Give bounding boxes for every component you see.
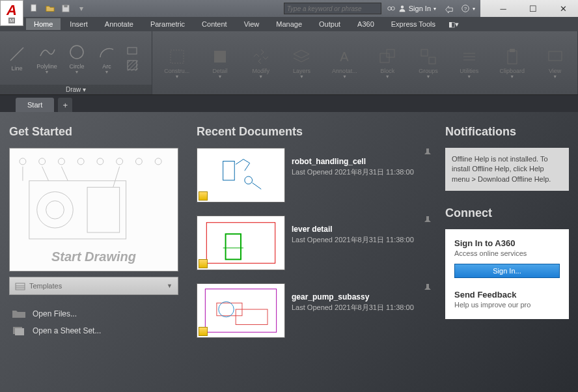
save-icon[interactable] xyxy=(61,4,70,13)
tool-annotation[interactable]: AAnnotat...▼ xyxy=(329,46,360,80)
tool-modify[interactable]: Modify▼ xyxy=(248,46,274,80)
new-tab-button[interactable]: + xyxy=(58,98,72,112)
svg-point-5 xyxy=(401,6,404,9)
recent-item[interactable]: lever detail Last Opened 2021年8月31日 11:3… xyxy=(197,216,432,270)
open-icon[interactable] xyxy=(46,4,55,13)
tab-output[interactable]: Output xyxy=(311,18,348,30)
app-menu-button[interactable]: A M xyxy=(0,0,23,26)
templates-dropdown[interactable]: Templates ▼ xyxy=(9,277,178,295)
pin-icon[interactable] xyxy=(423,216,432,225)
ribbon: Line Polyline▼ Circle▼ Arc▼ Draw ▾ Const… xyxy=(0,31,578,95)
tab-annotate[interactable]: Annotate xyxy=(97,18,141,30)
tool-construction[interactable]: Constru...▼ xyxy=(161,46,192,80)
titlebar: A M ▾ Sign In ▾ ? ▾ ─ ☐ ✕ xyxy=(0,0,578,17)
svg-rect-10 xyxy=(128,48,137,54)
svg-point-4 xyxy=(391,7,394,10)
svg-rect-46 xyxy=(226,234,241,259)
tool-view[interactable]: View▼ xyxy=(542,46,568,80)
svg-rect-13 xyxy=(214,51,226,63)
svg-text:?: ? xyxy=(464,6,467,12)
svg-rect-38 xyxy=(16,283,25,290)
tab-start[interactable]: Start xyxy=(16,98,54,112)
templates-icon xyxy=(15,281,25,290)
person-icon xyxy=(398,5,406,12)
hatch-icon[interactable] xyxy=(126,59,138,71)
pin-icon[interactable] xyxy=(423,148,432,157)
panel-draw-label[interactable]: Draw ▾ xyxy=(0,85,152,94)
window-controls: ─ ☐ ✕ xyxy=(488,0,578,17)
help-icon[interactable]: ? xyxy=(461,4,470,13)
tool-line[interactable]: Line xyxy=(4,43,30,73)
svg-rect-19 xyxy=(508,51,517,64)
recent-item[interactable]: robot_handling_cell Last Opened 2021年8月3… xyxy=(197,148,432,203)
signin-a360-heading: Sign In to A360 xyxy=(454,238,560,248)
start-drawing-card[interactable]: Start Drawing xyxy=(9,148,178,272)
tool-circle[interactable]: Circle▼ xyxy=(64,41,90,76)
svg-rect-15 xyxy=(380,53,389,63)
connect-panel: Sign In to A360 Access online services S… xyxy=(445,229,569,319)
chevron-down-icon: ▼ xyxy=(167,283,172,289)
minimize-button[interactable]: ─ xyxy=(488,0,518,17)
recent-thumbnail xyxy=(197,148,285,203)
svg-line-8 xyxy=(10,48,23,61)
tool-block[interactable]: Block▼ xyxy=(374,46,400,80)
svg-point-23 xyxy=(39,158,46,165)
tool-polyline[interactable]: Polyline▼ xyxy=(34,41,60,76)
recent-thumbnail xyxy=(197,283,285,338)
svg-rect-33 xyxy=(87,188,120,232)
tool-detail[interactable]: Detail▼ xyxy=(207,46,233,80)
svg-point-29 xyxy=(155,158,161,165)
open-files-link[interactable]: Open Files... xyxy=(9,305,184,322)
svg-rect-43 xyxy=(223,161,235,180)
tab-a360[interactable]: A360 xyxy=(350,18,382,30)
autocad-logo-icon: A xyxy=(7,3,17,18)
tab-parametric[interactable]: Parametric xyxy=(143,18,193,30)
svg-point-25 xyxy=(77,158,84,165)
start-page: Get Started Start Drawing Templates ▼ Op… xyxy=(0,112,578,392)
recent-item[interactable]: gear_pump_subassy Last Opened 2021年8月31日… xyxy=(197,283,432,338)
svg-point-9 xyxy=(70,46,83,59)
tab-content[interactable]: Content xyxy=(194,18,235,30)
maximize-button[interactable]: ☐ xyxy=(518,0,548,17)
svg-point-44 xyxy=(245,176,253,184)
tool-utilities[interactable]: Utilities▼ xyxy=(456,46,482,80)
ribbon-tabs: Home Insert Annotate Parametric Content … xyxy=(0,17,578,31)
svg-line-36 xyxy=(61,167,68,181)
svg-point-24 xyxy=(58,158,64,165)
tab-view[interactable]: View xyxy=(236,18,268,30)
svg-rect-12 xyxy=(171,50,184,63)
open-sheet-set-link[interactable]: Open a Sheet Set... xyxy=(9,322,184,339)
dwg-badge-icon xyxy=(199,191,208,201)
tab-insert[interactable]: Insert xyxy=(62,18,96,30)
signin-button[interactable]: Sign In... xyxy=(454,264,560,278)
svg-point-26 xyxy=(97,158,103,165)
dwg-badge-icon xyxy=(199,327,208,336)
connect-heading: Connect xyxy=(445,206,569,220)
svg-rect-0 xyxy=(31,5,36,12)
new-icon[interactable] xyxy=(30,4,39,13)
tab-home[interactable]: Home xyxy=(26,18,61,30)
close-button[interactable]: ✕ xyxy=(548,0,578,17)
signin-menu[interactable]: Sign In ▾ ? ▾ xyxy=(381,4,480,13)
pin-icon[interactable] xyxy=(423,283,432,292)
svg-rect-48 xyxy=(205,289,276,332)
ribbon-collapse-icon[interactable]: ◧▾ xyxy=(445,18,463,31)
get-started-heading: Get Started xyxy=(9,125,184,139)
svg-point-22 xyxy=(20,158,26,165)
notifications-heading: Notifications xyxy=(445,125,569,139)
tool-groups[interactable]: Groups▼ xyxy=(415,46,441,80)
svg-point-28 xyxy=(135,158,142,165)
svg-point-3 xyxy=(388,7,391,10)
svg-text:A: A xyxy=(340,49,350,64)
tool-layers[interactable]: Layers▼ xyxy=(288,46,314,80)
exchange-icon[interactable] xyxy=(444,4,454,13)
tab-manage[interactable]: Manage xyxy=(268,18,310,30)
tool-arc[interactable]: Arc▼ xyxy=(94,41,120,76)
folder-icon xyxy=(12,309,26,318)
tool-clipboard[interactable]: Clipboard▼ xyxy=(497,46,527,80)
search-input[interactable] xyxy=(284,3,381,14)
tab-express-tools[interactable]: Express Tools xyxy=(383,18,443,30)
recent-thumbnail xyxy=(197,216,285,270)
rectangle-icon[interactable] xyxy=(126,45,138,57)
binoculars-icon xyxy=(387,4,396,13)
